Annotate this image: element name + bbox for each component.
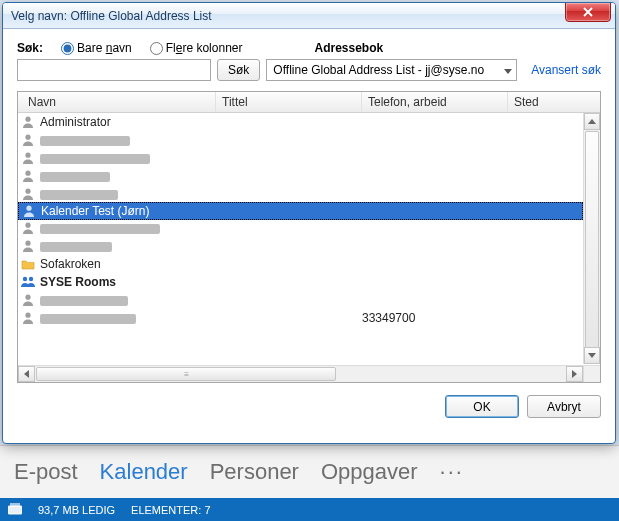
status-free-space: 93,7 MB LEDIG [38, 504, 115, 516]
person-icon [18, 293, 38, 307]
svg-rect-0 [8, 506, 22, 514]
row-name [38, 133, 216, 147]
svg-point-5 [25, 153, 30, 158]
svg-point-10 [25, 241, 30, 246]
nav-more-icon[interactable]: ··· [440, 459, 464, 485]
svg-point-3 [25, 117, 30, 122]
close-icon [583, 7, 593, 17]
col-place[interactable]: Sted [508, 92, 600, 112]
list-header[interactable]: Navn Tittel Telefon, arbeid Sted [18, 92, 600, 113]
group-icon [18, 275, 38, 289]
svg-point-6 [25, 171, 30, 176]
table-row[interactable] [18, 149, 583, 167]
scroll-down-button[interactable] [584, 347, 600, 364]
person-icon [18, 221, 38, 235]
table-row[interactable] [18, 219, 583, 237]
nav-calendar[interactable]: Kalender [100, 459, 188, 485]
row-name [38, 169, 216, 183]
row-name [38, 239, 216, 253]
table-row[interactable]: 33349700 [18, 309, 583, 327]
advanced-search-link[interactable]: Avansert søk [531, 63, 601, 77]
person-icon [18, 169, 38, 183]
scroll-right-button[interactable] [566, 366, 583, 382]
col-title[interactable]: Tittel [216, 92, 362, 112]
svg-point-9 [25, 223, 30, 228]
radio-name-only[interactable]: Bare navn [61, 41, 132, 55]
person-icon [19, 204, 39, 218]
disk-icon [8, 503, 22, 517]
person-icon [18, 151, 38, 165]
address-book-dialog: Velg navn: Offline Global Address List S… [2, 2, 616, 444]
table-row[interactable] [18, 131, 583, 149]
radio-more-columns[interactable]: Flere kolonner [150, 41, 243, 55]
svg-point-12 [29, 277, 33, 281]
row-name [38, 311, 216, 325]
person-icon [18, 239, 38, 253]
svg-point-4 [25, 135, 30, 140]
addressbook-combo[interactable]: Offline Global Address List - jj@syse.no [266, 59, 517, 81]
status-item-count: ELEMENTER: 7 [131, 504, 210, 516]
svg-point-11 [23, 277, 27, 281]
row-name [38, 221, 216, 235]
address-list: Navn Tittel Telefon, arbeid Sted Adminis… [17, 91, 601, 383]
table-row[interactable]: SYSE Rooms [18, 273, 583, 291]
outlook-nav-strip: E-post Kalender Personer Oppgaver ··· [0, 445, 619, 498]
row-name: Kalender Test (Jørn) [39, 204, 217, 218]
row-name [38, 151, 216, 165]
horizontal-scroll-thumb[interactable]: ≡ [36, 367, 336, 381]
table-row[interactable]: Sofakroken [18, 255, 583, 273]
table-row[interactable] [18, 185, 583, 203]
row-phone: 33349700 [362, 311, 508, 325]
svg-point-13 [25, 295, 30, 300]
table-row[interactable]: Administrator [18, 113, 583, 131]
vertical-scroll-thumb[interactable] [585, 131, 599, 363]
dialog-title: Velg navn: Offline Global Address List [11, 9, 212, 23]
list-body[interactable]: AdministratorKalender Test (Jørn)Sofakro… [18, 113, 583, 364]
radio-name-only-input[interactable] [61, 42, 74, 55]
search-label: Søk: [17, 41, 43, 55]
svg-point-8 [26, 206, 31, 211]
table-row[interactable] [18, 237, 583, 255]
row-name [38, 187, 216, 201]
scroll-corner [583, 365, 600, 382]
cancel-button[interactable]: Avbryt [527, 395, 601, 418]
row-name: Administrator [38, 115, 216, 129]
nav-people[interactable]: Personer [210, 459, 299, 485]
person-icon [18, 187, 38, 201]
svg-point-14 [25, 313, 30, 318]
col-name[interactable]: Navn [18, 92, 216, 112]
scroll-left-button[interactable] [18, 366, 35, 382]
person-icon [18, 133, 38, 147]
search-button[interactable]: Søk [217, 59, 260, 81]
person-icon [18, 311, 38, 325]
table-row[interactable] [18, 167, 583, 185]
svg-rect-2 [10, 503, 20, 507]
addressbook-selected: Offline Global Address List - jj@syse.no [273, 63, 484, 77]
person-icon [18, 115, 38, 129]
chevron-down-icon [504, 63, 512, 77]
table-row[interactable] [18, 291, 583, 309]
col-phone[interactable]: Telefon, arbeid [362, 92, 508, 112]
horizontal-scrollbar[interactable]: ≡ [18, 365, 583, 382]
table-row[interactable]: Kalender Test (Jørn) [18, 202, 583, 220]
row-name [38, 293, 216, 307]
radio-more-columns-input[interactable] [150, 42, 163, 55]
close-button[interactable] [565, 2, 611, 22]
addressbook-label: Adressebok [314, 41, 383, 55]
vertical-scrollbar[interactable] [583, 113, 600, 364]
dialog-titlebar[interactable]: Velg navn: Offline Global Address List [3, 3, 615, 29]
status-bar: 93,7 MB LEDIG ELEMENTER: 7 [0, 498, 619, 521]
search-input[interactable] [17, 59, 211, 81]
scroll-up-button[interactable] [584, 113, 600, 130]
nav-tasks[interactable]: Oppgaver [321, 459, 418, 485]
row-name: Sofakroken [38, 257, 216, 271]
svg-point-7 [25, 189, 30, 194]
ok-button[interactable]: OK [445, 395, 519, 418]
nav-email[interactable]: E-post [14, 459, 78, 485]
row-name: SYSE Rooms [38, 275, 216, 289]
folder-icon [18, 257, 38, 271]
